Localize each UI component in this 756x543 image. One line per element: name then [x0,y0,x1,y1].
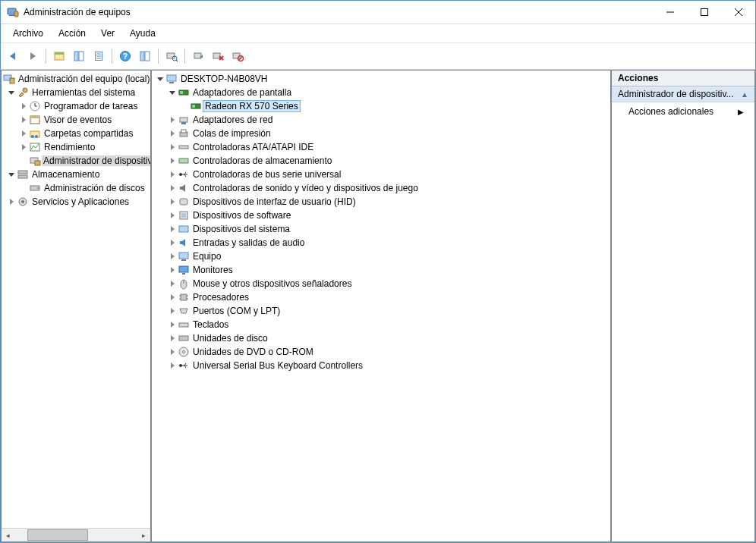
tree-item-computer[interactable]: DESKTOP-N4B08VH [152,72,610,86]
tree-item-hid[interactable]: Dispositivos de interfaz de usuario (HID… [152,195,610,209]
menu-action[interactable]: Acción [52,26,92,41]
tree-label: Entradas y salidas de audio [193,237,304,248]
chevron-right-icon[interactable] [167,155,178,166]
actions-more[interactable]: Acciones adicionales ▶ [612,102,754,121]
tree-item-computer-management[interactable]: Administración del equipo (local) [2,72,151,86]
maximize-button[interactable] [687,1,721,24]
tree-item-monitors[interactable]: Monitores [152,263,610,277]
update-driver-button[interactable] [189,47,207,65]
tree-label: Universal Serial Bus Keyboard Controller… [193,360,363,371]
tree-item-system-devices[interactable]: Dispositivos del sistema [152,222,610,236]
chevron-right-icon[interactable] [167,210,178,221]
chevron-right-icon[interactable] [167,251,178,262]
tree-label: Administrador de dispositivos [42,155,151,166]
chevron-right-icon[interactable] [167,292,178,303]
menu-help[interactable]: Ayuda [124,26,162,41]
chevron-right-icon[interactable] [167,360,178,371]
tree-item-print-queues[interactable]: Colas de impresión [152,127,610,140]
chevron-right-icon[interactable] [167,347,178,357]
horizontal-scrollbar[interactable]: ◂ ▸ [2,528,150,541]
tree-label: Dispositivos de software [193,210,291,221]
tree-item-audio-io[interactable]: Entradas y salidas de audio [152,236,610,250]
collapse-group-icon[interactable]: ▲ [741,90,748,99]
tree-item-shared-folders[interactable]: Carpetas compartidas [2,127,151,140]
chevron-right-icon[interactable] [18,128,29,139]
chevron-down-icon[interactable] [155,74,165,84]
chevron-right-icon[interactable] [18,142,29,152]
back-button[interactable] [4,47,22,65]
chevron-right-icon[interactable] [167,196,178,207]
scan-hardware-button[interactable] [162,47,181,65]
chevron-down-icon[interactable] [6,87,17,98]
menu-view[interactable]: Ver [95,26,121,41]
disable-device-button[interactable] [228,47,247,65]
svg-rect-44 [18,175,27,178]
tree-item-task-scheduler[interactable]: Programador de tareas [2,99,151,113]
tree-item-services-apps[interactable]: Servicios y Aplicaciones [2,195,151,209]
chevron-right-icon[interactable] [167,224,178,234]
close-button[interactable] [721,1,755,24]
minimize-button[interactable] [653,1,687,24]
tree-label: Dispositivos de interfaz de usuario (HID… [193,196,356,207]
tree-item-disk-management[interactable]: Administración de discos [2,181,151,195]
tree-item-storage[interactable]: Almacenamiento [2,168,151,181]
mouse-icon [178,278,190,290]
svg-rect-83 [179,336,188,341]
chevron-right-icon[interactable] [167,278,178,289]
help-button[interactable]: ? [116,47,134,65]
scroll-left-button[interactable]: ◂ [2,529,14,541]
tree-item-computer-category[interactable]: Equipo [152,250,610,263]
export-list-button[interactable] [90,47,108,65]
scrollbar-thumb[interactable] [27,529,88,541]
tree-item-display-adapters[interactable]: Adaptadores de pantalla [152,86,610,99]
tree-item-dvd-cd[interactable]: Unidades de DVD o CD-ROM [152,345,610,359]
chevron-down-icon[interactable] [167,87,178,98]
chevron-right-icon[interactable] [167,319,178,330]
tree-item-software-devices[interactable]: Dispositivos de software [152,209,610,222]
svg-rect-9 [74,52,78,61]
chevron-right-icon[interactable] [167,265,178,275]
tree-item-device-manager[interactable]: Administrador de dispositivos [2,154,151,168]
software-device-icon [178,209,190,221]
chevron-right-icon[interactable] [167,169,178,180]
chevron-right-icon[interactable] [167,237,178,248]
tree-label: Controladoras de almacenamiento [193,155,332,166]
tree-item-mice[interactable]: Mouse y otros dispositivos señaladores [152,277,610,290]
tree-item-sound-video-game[interactable]: Controladoras de sonido y vídeo y dispos… [152,181,610,195]
tree-item-performance[interactable]: Rendimiento [2,140,151,154]
chevron-right-icon[interactable] [18,115,29,125]
tree-item-processors[interactable]: Procesadores [152,290,610,304]
chevron-right-icon[interactable] [167,115,178,125]
scroll-right-button[interactable]: ▸ [137,529,150,541]
tree-item-storage-controllers[interactable]: Controladoras de almacenamiento [152,154,610,168]
svg-line-21 [176,60,178,61]
uninstall-device-button[interactable] [209,47,227,65]
menu-file[interactable]: Archivo [7,26,49,41]
chevron-right-icon[interactable] [167,183,178,193]
actions-group[interactable]: Administrador de dispositiv... ▲ [612,86,754,102]
tree-item-ports[interactable]: Puertos (COM y LPT) [152,304,610,318]
tree-item-ata-atapi[interactable]: Controladoras ATA/ATAPI IDE [152,140,610,154]
tree-item-network-adapters[interactable]: Adaptadores de red [152,113,610,127]
properties-button[interactable] [70,47,88,65]
tree-item-event-viewer[interactable]: Visor de eventos [2,113,151,127]
svg-point-39 [35,135,38,138]
tree-item-usb-controllers[interactable]: Controladoras de bus serie universal [152,168,610,181]
chevron-right-icon[interactable] [167,128,178,139]
toolbar-button[interactable] [136,47,154,65]
chevron-down-icon[interactable] [6,169,17,180]
tree-item-usb-keyboard-controllers[interactable]: Universal Serial Bus Keyboard Controller… [152,359,610,372]
chevron-right-icon[interactable] [6,196,17,207]
device-tree[interactable]: DESKTOP-N4B08VH Adaptadores de pantalla … [152,71,610,374]
tree-item-disk-drives[interactable]: Unidades de disco [152,331,610,345]
chevron-right-icon[interactable] [167,306,178,316]
tree-item-radeon[interactable]: Radeon RX 570 Series [152,99,610,113]
tree-item-keyboards[interactable]: Teclados [152,318,610,331]
show-hide-tree-button[interactable] [50,47,68,65]
forward-button[interactable] [24,47,42,65]
console-tree[interactable]: Administración del equipo (local) Herram… [2,71,151,528]
chevron-right-icon[interactable] [167,333,178,344]
chevron-right-icon[interactable] [18,101,29,111]
chevron-right-icon[interactable] [167,142,178,152]
tree-item-system-tools[interactable]: Herramientas del sistema [2,86,151,99]
